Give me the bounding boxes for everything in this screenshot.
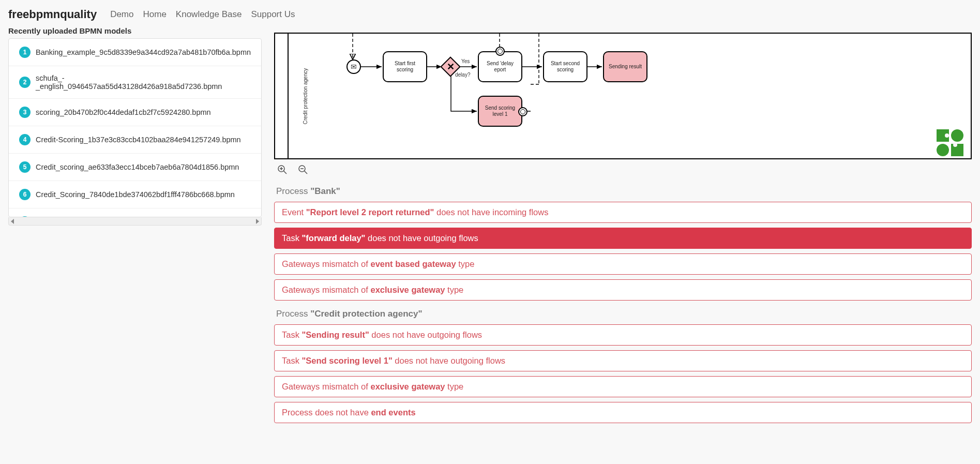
list-item[interactable]: 5Credit_scoring_ae633fa3ecc14bceb7aeb6a7… xyxy=(9,154,261,181)
process-heading-agency: Process "Credit protection agency" xyxy=(276,309,972,319)
list-item[interactable]: 7Banking_97d94af1573f443fbf6ae42eba61c8f… xyxy=(9,208,261,217)
svg-point-18 xyxy=(951,129,963,142)
floating-logo-icon[interactable] xyxy=(937,129,963,156)
pool-label: Credit protection agency xyxy=(303,68,308,124)
nav-demo[interactable]: Demo xyxy=(110,9,133,20)
list-item-badge: 4 xyxy=(19,134,31,145)
issue-text-pre: Gateways mismatch of xyxy=(282,259,370,268)
issue-text-post: does not have outgoing flows xyxy=(365,233,478,243)
brand[interactable]: freebpmnquality xyxy=(8,8,97,21)
gateway-label-yes: Yes xyxy=(461,58,470,64)
issue-item[interactable]: Gateways mismatch of exclusive gateway t… xyxy=(274,376,972,397)
issues-list-bank: Event "Report level 2 report returned" d… xyxy=(274,202,972,301)
issue-item[interactable]: Task "forward delay" does not have outgo… xyxy=(274,228,972,249)
gateway-label-question: delay? xyxy=(455,72,470,78)
issue-text-bold: "Send scoring level 1" xyxy=(302,356,393,365)
svg-line-15 xyxy=(305,171,308,174)
issue-text-bold: end events xyxy=(371,408,415,417)
issue-text-pre: Task xyxy=(282,233,302,243)
list-item-badge: 3 xyxy=(19,107,31,118)
bpmn-diagram[interactable]: Credit protection agency xyxy=(274,33,972,159)
list-item-name: Banking_example_9c5d8339e9a344cd92a7ab48… xyxy=(36,48,251,56)
list-item-badge: 7 xyxy=(19,216,31,217)
issue-text-pre: Event xyxy=(282,207,306,217)
issue-text-pre: Process does not have xyxy=(282,408,371,417)
list-item-name: Credit-Scoring_1b37e3c83ccb4102baa284e94… xyxy=(36,136,241,144)
task-send-delay-report[interactable]: Send 'delay eport xyxy=(478,51,522,82)
issue-text-bold: exclusive gateway xyxy=(370,382,445,391)
svg-rect-20 xyxy=(951,144,963,156)
issue-text-post: does not have incoming flows xyxy=(434,207,548,217)
horizontal-scrollbar[interactable] xyxy=(8,217,262,226)
list-item-badge: 5 xyxy=(19,161,31,173)
models-list: 1Banking_example_9c5d8339e9a344cd92a7ab4… xyxy=(8,38,262,217)
svg-point-21 xyxy=(945,133,949,138)
issue-text-bold: event based gateway xyxy=(370,259,456,268)
issue-text-post: type xyxy=(456,259,475,268)
task-start-first-scoring[interactable]: Start first scoring xyxy=(383,51,427,82)
process-heading-bank: Process "Bank" xyxy=(276,186,972,197)
issue-item[interactable]: Task "Sending result" does not have outg… xyxy=(274,324,972,346)
issue-item[interactable]: Task "Send scoring level 1" does not hav… xyxy=(274,350,972,371)
task-sending-result[interactable]: Sending result xyxy=(603,51,647,82)
issue-item[interactable]: Gateways mismatch of exclusive gateway t… xyxy=(274,279,972,301)
intermediate-event-top[interactable] xyxy=(495,47,505,56)
svg-point-19 xyxy=(937,144,949,156)
list-item[interactable]: 1Banking_example_9c5d8339e9a344cd92a7ab4… xyxy=(9,39,261,66)
zoom-out-icon[interactable] xyxy=(298,164,308,177)
sidebar-title: Recently uploaded BPMN models xyxy=(8,26,262,35)
task-send-scoring-level-1[interactable]: Send scoring level 1 xyxy=(478,96,522,127)
nav-home[interactable]: Home xyxy=(143,9,167,20)
nav-support-us[interactable]: Support Us xyxy=(251,9,295,20)
start-event[interactable]: ✉ xyxy=(346,59,361,74)
list-item[interactable]: 4Credit-Scoring_1b37e3c83ccb4102baa284e9… xyxy=(9,126,261,154)
list-item-badge: 2 xyxy=(19,77,31,88)
list-item-name: Credit_scoring_ae633fa3ecc14bceb7aeb6a78… xyxy=(36,163,239,171)
issue-item[interactable]: Process does not have end events xyxy=(274,402,972,423)
issue-text-pre: Task xyxy=(282,330,302,339)
svg-line-11 xyxy=(284,171,287,174)
issue-item[interactable]: Event "Report level 2 report returned" d… xyxy=(274,202,972,223)
issue-text-bold: "forward delay" xyxy=(302,233,366,243)
issue-text-bold: "Sending result" xyxy=(302,330,369,339)
issue-text-post: does not have outgoing flows xyxy=(369,330,482,339)
issue-item[interactable]: Gateways mismatch of event based gateway… xyxy=(274,253,972,275)
message-icon: ✉ xyxy=(351,63,357,71)
list-item-name: schufa_-_english_0946457aa55d43128d426a9… xyxy=(36,74,251,91)
issue-text-post: does not have outgoing flows xyxy=(393,356,505,365)
issue-text-pre: Task xyxy=(282,356,302,365)
list-item-badge: 1 xyxy=(19,47,31,58)
issue-text-post: type xyxy=(445,382,464,391)
issue-text-post: type xyxy=(445,285,464,294)
diagram-toolbar xyxy=(274,159,972,182)
issues-list-agency: Task "Sending result" does not have outg… xyxy=(274,324,972,423)
issue-text-bold: "Report level 2 report returned" xyxy=(306,207,434,217)
task-start-second-scoring[interactable]: Start second scoring xyxy=(543,51,587,82)
list-item[interactable]: 3scoring_20b470b2f0c44dedaf1cb2f7c592428… xyxy=(9,99,261,126)
list-item-name: scoring_20b470b2f0c44dedaf1cb2f7c5924280… xyxy=(36,108,211,116)
list-item-name: Credit_Scoring_7840de1bde374062bdf1fff47… xyxy=(36,190,235,199)
svg-point-22 xyxy=(953,143,957,147)
list-item-badge: 6 xyxy=(19,189,31,200)
nav-knowledge-base[interactable]: Knowledge Base xyxy=(176,9,242,20)
navbar: freebpmnquality Demo Home Knowledge Base… xyxy=(0,0,980,28)
pool-separator xyxy=(288,34,289,158)
issue-text-pre: Gateways mismatch of xyxy=(282,382,370,391)
issue-text-bold: exclusive gateway xyxy=(370,285,445,294)
list-item[interactable]: 2schufa_-_english_0946457aa55d43128d426a… xyxy=(9,66,261,99)
zoom-in-icon[interactable] xyxy=(277,164,288,177)
issue-text-pre: Gateways mismatch of xyxy=(282,285,370,294)
intermediate-event-side[interactable] xyxy=(518,107,527,116)
list-item[interactable]: 6Credit_Scoring_7840de1bde374062bdf1fff4… xyxy=(9,181,261,208)
